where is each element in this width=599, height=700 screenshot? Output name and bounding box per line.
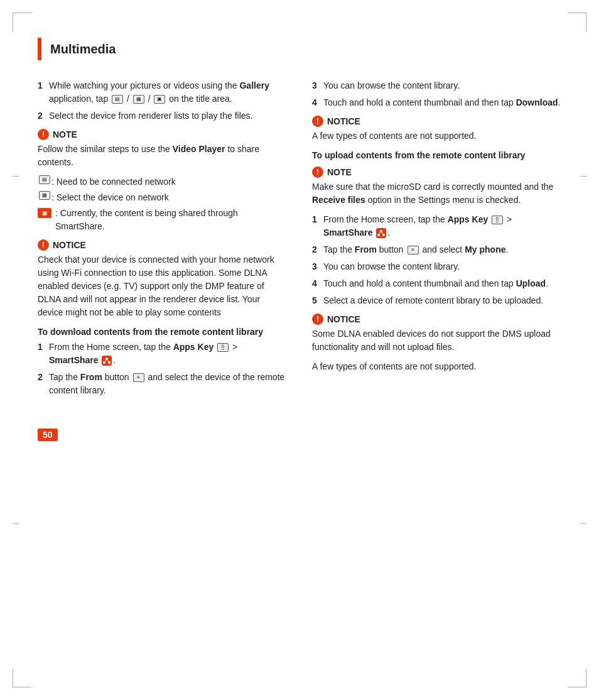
step-right-num-4: 4 (312, 96, 323, 109)
icon-gallery1: ▤ (112, 95, 123, 104)
upload-step-text-2: Tap the From button ≡ and select My phon… (323, 243, 508, 256)
step-num-1: 1 (38, 79, 49, 106)
icon-row-2: ▦ : Select the device on network (38, 191, 287, 204)
apps-key-icon-ul: ⣿ (492, 216, 503, 224)
icon-row-text-3: : Currently, the content is being shared… (55, 207, 287, 233)
content-area: 1 While watching your pictures or videos… (38, 79, 561, 441)
icon-row-text-2: : Select the device on network (51, 191, 169, 204)
step-text-1: While watching your pictures or videos u… (49, 79, 287, 106)
tick-right-top (580, 176, 586, 177)
upload-step-text-1: From the Home screen, tap the Apps Key ⣿… (323, 213, 561, 239)
step-right-text-4: Touch and hold a content thumbnail and t… (323, 96, 560, 109)
apps-key-bold-ul: Apps Key (448, 214, 488, 224)
step-right-text-3: You can browse the content library. (323, 79, 460, 92)
section-heading-upload: To upload contents from the remote conte… (312, 150, 561, 160)
left-column: 1 While watching your pictures or videos… (38, 79, 287, 441)
note-label-1: NOTE (53, 129, 77, 139)
step-right-4: 4 Touch and hold a content thumbnail and… (312, 96, 561, 109)
notice-header-5: ! NOTICE (312, 314, 561, 325)
from-btn-icon-ul: ≡ (407, 246, 419, 254)
my-phone-bold: My phone (465, 244, 505, 254)
tick-left-bottom (13, 523, 19, 524)
upload-step-text-3: You can browse the content library. (323, 260, 460, 273)
notice-block-2: ! NOTICE A few types of contents are not… (312, 116, 561, 143)
svg-line-9 (381, 231, 384, 235)
icon-select-device: ▦ (39, 191, 50, 200)
right-column: 3 You can browse the content library. 4 … (312, 79, 561, 441)
page-number: 50 (38, 429, 58, 441)
page: Multimedia 1 While watching your picture… (0, 0, 599, 700)
video-player-bold: Video Player (173, 144, 225, 154)
download-step-num-2: 2 (38, 371, 49, 397)
corner-decoration-tr (568, 13, 586, 31)
notice-icon-1: ! (38, 239, 49, 251)
step-left-2: 2 Select the device from renderer lists … (38, 109, 287, 123)
note-header-1: ! NOTE (38, 129, 287, 140)
icon-gallery3: ▣ (154, 95, 165, 104)
download-bold: Download (516, 97, 558, 107)
download-step-2: 2 Tap the From button ≡ and select the d… (38, 371, 287, 397)
upload-step-1: 1 From the Home screen, tap the Apps Key… (312, 213, 561, 239)
step-num-2: 2 (38, 109, 49, 123)
smartshare-bold-dl: SmartShare (49, 355, 99, 365)
step-left-1: 1 While watching your pictures or videos… (38, 79, 287, 106)
svg-line-3 (104, 359, 107, 363)
red-accent-bar (38, 38, 41, 60)
corner-decoration-tl (13, 13, 31, 31)
notice-label-1: NOTICE (53, 240, 86, 250)
upload-step-3: 3 You can browse the content library. (312, 260, 561, 273)
step-right-3: 3 You can browse the content library. (312, 79, 561, 92)
upload-step-4: 4 Touch and hold a content thumbnail and… (312, 277, 561, 290)
icon-row-text-1: : Need to be connected network (51, 175, 176, 189)
svg-line-4 (107, 359, 109, 363)
notice-icon-5: ! (312, 314, 323, 325)
apps-key-icon-dl: ⣿ (217, 343, 229, 352)
svg-line-8 (379, 231, 381, 235)
notice-icon-2: ! (312, 116, 323, 127)
notice-block-5: ! NOTICE Some DLNA enabled devices do no… (312, 314, 561, 354)
notice-label-2: NOTICE (327, 116, 360, 126)
smartshare-bold-ul: SmartShare (323, 227, 373, 238)
note-text-1: Follow the similar steps to use the Vide… (38, 143, 287, 169)
smartshare-icon-ul (376, 228, 386, 238)
step-text-2: Select the device from renderer lists to… (49, 109, 252, 123)
note-block-1: ! NOTE Follow the similar steps to use t… (38, 129, 287, 169)
icon-network: ▤ (39, 175, 50, 184)
from-bold-dl: From (80, 372, 102, 382)
upload-step-num-3: 3 (312, 260, 323, 273)
upload-step-2: 2 Tap the From button ≡ and select My ph… (312, 243, 561, 256)
upload-step-5: 5 Select a device of remote content libr… (312, 294, 561, 307)
receive-files-bold: Receive files (312, 195, 365, 205)
notice-label-5: NOTICE (327, 314, 360, 324)
from-btn-icon-dl: ≡ (133, 373, 144, 382)
download-step-text-2: Tap the From button ≡ and select the dev… (49, 371, 287, 397)
corner-decoration-bl (13, 669, 31, 687)
note-block-4: ! NOTE Make sure that the microSD card i… (312, 167, 561, 207)
icon-row-3: ▣ : Currently, the content is being shar… (38, 207, 287, 233)
tick-left-top (13, 176, 19, 177)
note-icon-4: ! (312, 167, 323, 178)
notice-text-6: A few types of contents are not supporte… (312, 360, 561, 373)
download-step-num-1: 1 (38, 341, 49, 367)
icon-share: ▣ (38, 208, 51, 218)
section-heading-download: To download contents from the remote con… (38, 327, 287, 337)
page-title: Multimedia (50, 42, 116, 57)
upload-bold: Upload (516, 278, 546, 288)
note-label-4: NOTE (327, 167, 352, 177)
upload-step-num-2: 2 (312, 243, 323, 256)
note-icon-1: ! (38, 129, 49, 140)
notice-text-5: Some DLNA enabled devices do not support… (312, 327, 561, 354)
icon-gallery2: ▦ (133, 95, 144, 104)
step-right-num-3: 3 (312, 79, 323, 92)
upload-step-num-5: 5 (312, 294, 323, 307)
page-header: Multimedia (38, 38, 561, 60)
upload-step-text-4: Touch and hold a content thumbnail and t… (323, 277, 548, 290)
gallery-bold: Gallery (239, 80, 269, 90)
notice-header-2: ! NOTICE (312, 116, 561, 127)
note-header-4: ! NOTE (312, 167, 561, 178)
download-step-1: 1 From the Home screen, tap the Apps Key… (38, 341, 287, 367)
notice-text-2: A few types of contents are not supporte… (312, 129, 561, 143)
icon-row-1: ▤ : Need to be connected network (38, 175, 287, 189)
from-bold-ul: From (355, 244, 377, 254)
tick-right-bottom (580, 523, 586, 524)
